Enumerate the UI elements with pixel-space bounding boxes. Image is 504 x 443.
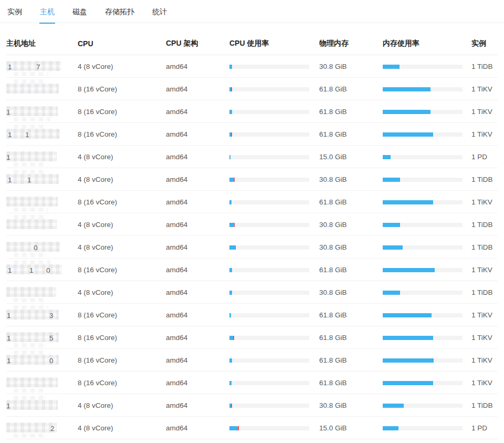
cpu-cores-value: 8 (16 vCore) — [78, 311, 166, 319]
cpu-arch-value: amd64 — [166, 401, 229, 409]
cpu-arch-value: amd64 — [166, 243, 229, 251]
instances-value: 1 TiKV — [471, 311, 498, 319]
memory-usage-bar — [383, 291, 463, 295]
redaction-mosaic — [6, 61, 61, 71]
instances-value: 1 TiDB — [471, 63, 498, 70]
redaction-mosaic-sub — [14, 208, 48, 212]
redaction-mosaic — [6, 174, 59, 184]
cpu-arch-value: amd64 — [166, 221, 229, 229]
physical-memory-value: 30.8 GiB — [319, 176, 383, 183]
table-row: 174 (8 vCore)amd6430.8 GiB1 TiDB — [6, 55, 498, 78]
instances-value: 1 TiKV — [471, 85, 498, 93]
cpu-usage-cell — [229, 200, 319, 204]
instances-value: 1 PD — [471, 153, 498, 161]
tab-hosts[interactable]: 主机 — [39, 0, 56, 23]
physical-memory-value: 61.8 GiB — [319, 198, 383, 206]
cpu-usage-bar — [229, 381, 309, 385]
hosts-table-body: 174 (8 vCore)amd6430.8 GiB1 TiDB8 (16 vC… — [0, 55, 504, 439]
cpu-usage-bar-system-segment — [234, 178, 235, 182]
redaction-mosaic — [6, 400, 58, 410]
host-address-redacted — [6, 213, 78, 236]
cpu-usage-cell — [229, 245, 319, 250]
cpu-usage-bar — [229, 358, 309, 363]
cpu-usage-cell — [229, 155, 319, 159]
memory-usage-bar — [383, 381, 463, 385]
cpu-arch-value: amd64 — [166, 266, 229, 274]
redaction-mosaic — [6, 287, 56, 297]
cpu-arch-value: amd64 — [166, 311, 229, 319]
instances-value: 1 TiDB — [471, 243, 498, 251]
table-row: 04 (8 vCore)amd6430.8 GiB1 TiDB — [6, 236, 498, 259]
memory-usage-bar-used-segment — [383, 404, 404, 408]
memory-usage-bar — [383, 358, 463, 363]
cpu-cores-value: 8 (16 vCore) — [78, 85, 166, 93]
host-address-fragment: 1 — [8, 176, 12, 183]
tab-instances[interactable]: 实例 — [6, 0, 23, 23]
memory-usage-cell — [383, 200, 471, 204]
redaction-mosaic-sub — [14, 253, 47, 257]
instances-value: 1 TiDB — [471, 176, 498, 183]
redaction-mosaic-sub — [14, 117, 50, 121]
physical-memory-value: 61.8 GiB — [319, 334, 383, 342]
memory-usage-cell — [383, 404, 471, 408]
cpu-usage-bar-used-segment — [229, 358, 232, 363]
memory-usage-bar — [383, 404, 463, 408]
cpu-usage-cell — [229, 381, 319, 385]
redaction-mosaic — [6, 106, 58, 116]
column-header-physical-memory: 物理内存 — [319, 39, 383, 48]
memory-usage-bar-used-segment — [383, 426, 398, 430]
redaction-mosaic-sub — [14, 170, 46, 174]
memory-usage-cell — [383, 291, 471, 295]
cpu-arch-value: amd64 — [166, 130, 229, 138]
cpu-cores-value: 8 (16 vCore) — [78, 379, 166, 387]
column-header-cpu-arch: CPU 架构 — [166, 39, 229, 48]
host-address-redacted — [6, 281, 78, 304]
redaction-mosaic-sub — [14, 162, 44, 167]
cpu-usage-cell — [229, 110, 319, 114]
memory-usage-bar-used-segment — [383, 155, 391, 159]
redaction-mosaic — [6, 242, 60, 252]
redaction-mosaic — [6, 129, 60, 139]
host-address-redacted: 110 — [6, 259, 78, 281]
tab-statistics[interactable]: 统计 — [151, 0, 168, 23]
table-row: 8 (16 vCore)amd6461.8 GiB1 TiKV — [6, 191, 498, 213]
host-address-redacted — [6, 191, 78, 213]
cpu-usage-cell — [229, 87, 319, 91]
physical-memory-value: 61.8 GiB — [319, 311, 383, 319]
cpu-usage-bar-used-segment — [229, 155, 230, 159]
cpu-arch-value: amd64 — [166, 424, 229, 432]
memory-usage-cell — [383, 381, 471, 385]
memory-usage-bar-used-segment — [383, 245, 403, 250]
column-header-host-address: 主机地址 — [6, 39, 78, 48]
instances-value: 1 TiDB — [471, 289, 498, 296]
cpu-arch-value: amd64 — [166, 63, 229, 70]
memory-usage-cell — [383, 155, 471, 159]
memory-usage-bar-used-segment — [383, 178, 400, 182]
host-address-redacted: 10 — [6, 349, 78, 372]
host-address-redacted: 11 — [6, 168, 78, 191]
host-address-redacted: 1 — [6, 100, 78, 123]
host-address-fragment: 3 — [49, 311, 54, 319]
cpu-usage-bar — [229, 291, 309, 295]
cpu-cores-value: 4 (8 vCore) — [78, 221, 166, 229]
instances-value: 1 TiKV — [471, 334, 498, 342]
redaction-mosaic — [6, 264, 62, 274]
cpu-usage-cell — [229, 336, 319, 340]
tab-disks[interactable]: 磁盘 — [71, 0, 88, 23]
cpu-cores-value: 4 (8 vCore) — [78, 153, 166, 161]
cpu-cores-value: 4 (8 vCore) — [78, 424, 166, 432]
memory-usage-cell — [383, 87, 471, 91]
cpu-cores-value: 8 (16 vCore) — [78, 108, 166, 116]
table-row: 138 (16 vCore)amd6461.8 GiB1 TiKV — [6, 304, 498, 326]
cpu-cores-value: 8 (16 vCore) — [78, 198, 166, 206]
instances-value: 1 TiDB — [471, 221, 498, 229]
tab-bar: 实例主机磁盘存储拓扑统计 — [0, 0, 504, 23]
tab-store-topology[interactable]: 存储拓扑 — [104, 0, 135, 23]
memory-usage-cell — [383, 426, 471, 430]
redaction-mosaic-sub — [14, 343, 47, 347]
cpu-usage-bar-used-segment — [229, 200, 232, 204]
table-row: 4 (8 vCore)amd6430.8 GiB1 TiDB — [6, 281, 498, 304]
cpu-arch-value: amd64 — [166, 334, 229, 342]
cpu-usage-bar-used-segment — [229, 381, 232, 385]
host-address-fragment: 1 — [8, 266, 12, 274]
